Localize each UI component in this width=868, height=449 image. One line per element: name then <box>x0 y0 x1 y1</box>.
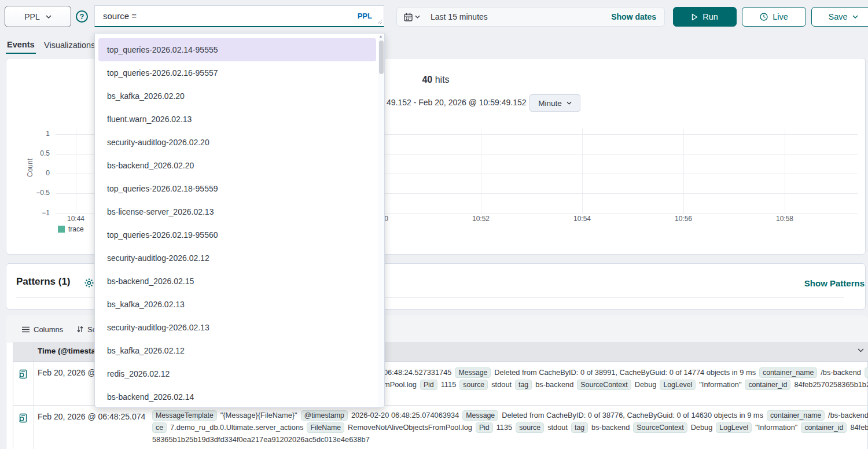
run-button-label: Run <box>703 12 718 21</box>
field-badge[interactable]: @timestamp <box>301 410 348 421</box>
field-badge[interactable]: SourceContext <box>633 422 687 433</box>
field-badge[interactable]: Pid <box>476 422 493 433</box>
field-badge[interactable]: Pid <box>420 380 437 390</box>
suggestion-item[interactable]: bs-backend_2026.02.15 <box>98 270 376 293</box>
field-badge[interactable]: container_id <box>801 422 847 433</box>
field-badge[interactable]: container_name <box>767 410 825 421</box>
query-input[interactable]: source = PPL <box>94 5 384 27</box>
field-value: /bs-backend <box>828 411 868 419</box>
x-gridline <box>785 128 785 214</box>
y-axis-tick: 0.5 <box>25 149 50 157</box>
x-axis-tick: 10:52 <box>468 215 494 223</box>
log-line: MessageTemplate"{Message}{FileName}"@tim… <box>152 410 868 421</box>
chart-legend[interactable]: trace <box>58 225 84 233</box>
suggestion-item[interactable]: bs-license-server_2026.02.13 <box>98 200 376 223</box>
suggestion-item[interactable]: top_queries-2026.02.19-95560 <box>98 223 376 246</box>
field-value: /bs-backend <box>821 368 861 377</box>
chart-date-range: 49.152 - Feb 20, 2026 @ 10:59:49.152 <box>387 98 527 107</box>
calendar-icon <box>404 13 413 21</box>
index-suggestion-dropdown: top_queries-2026.02.14-95555top_queries-… <box>94 33 385 408</box>
time-range-picker[interactable]: Last 15 minutes Show dates <box>396 7 665 27</box>
suggestion-item[interactable]: top_queries-2026.02.18-95559 <box>98 177 376 200</box>
legend-swatch-icon <box>58 226 65 233</box>
field-badge[interactable]: MessageTemplate <box>152 410 217 421</box>
dropdown-scrollbar[interactable] <box>378 35 384 407</box>
field-value: bs-backend <box>591 423 630 432</box>
y-axis-title: Count <box>26 159 34 177</box>
field-value: Debug <box>691 423 713 432</box>
field-badge[interactable]: container_id <box>745 380 790 390</box>
gear-icon[interactable] <box>84 278 94 288</box>
field-badge[interactable]: Instan <box>865 367 868 378</box>
run-button[interactable]: Run <box>673 7 737 27</box>
inspect-document-icon[interactable] <box>18 369 28 379</box>
time-range-label[interactable]: Last 15 minutes <box>426 12 611 21</box>
live-button[interactable]: Live <box>742 7 806 27</box>
field-value: "Information" <box>755 423 797 432</box>
field-value: mPool.log <box>384 380 417 389</box>
scrollbar-thumb[interactable] <box>379 41 384 74</box>
field-value: 84feb25702 <box>850 423 868 432</box>
suggestion-item[interactable]: security-auditlog-2026.02.13 <box>98 316 376 339</box>
scrollbar-up-arrow[interactable]: ▲ <box>378 34 384 38</box>
suggestion-item[interactable]: bs_kafka_2026.02.12 <box>98 339 376 362</box>
save-button[interactable]: Save <box>811 7 868 27</box>
suggestion-item[interactable]: redis_2026.02.12 <box>98 362 376 385</box>
grid-column-separator <box>34 343 34 449</box>
show-patterns-link[interactable]: Show Patterns <box>804 278 865 288</box>
help-icon[interactable]: ? <box>76 10 88 23</box>
suggestion-item[interactable]: top_queries-2026.02.14-95555 <box>98 38 376 61</box>
field-badge[interactable]: SourceContext <box>577 380 631 390</box>
suggestion-item[interactable]: fluent.warn_2026.02.13 <box>98 108 376 131</box>
suggestion-item[interactable]: bs-backend_2026.02.20 <box>98 154 376 177</box>
query-language-selector[interactable]: PPL <box>5 6 71 27</box>
x-gridline <box>582 128 583 214</box>
sort-icon <box>77 326 83 333</box>
inspect-document-icon[interactable] <box>18 413 28 423</box>
field-badge[interactable]: ce <box>152 422 167 433</box>
suggestion-item[interactable]: bs_kafka_2026.02.20 <box>98 84 376 108</box>
save-button-label: Save <box>828 12 847 21</box>
field-badge[interactable]: tag <box>515 380 532 390</box>
query-input-value: source = <box>103 11 358 21</box>
interval-select[interactable]: Minute <box>529 94 580 112</box>
field-value: stdout <box>547 423 568 432</box>
chevron-down-icon <box>46 15 52 19</box>
x-axis-tick: 10:54 <box>569 215 595 223</box>
field-badge[interactable]: LogLevel <box>660 380 696 390</box>
columns-button[interactable]: Columns <box>22 323 63 335</box>
field-badge[interactable]: source <box>516 422 544 433</box>
patterns-title: Patterns (1) <box>16 276 71 288</box>
field-value: 58365b1b25b19d3dfd334f0ea217ea91202026ac… <box>152 435 370 444</box>
chevron-down-icon <box>852 15 858 19</box>
field-badge[interactable]: container_name <box>759 367 817 378</box>
field-badge[interactable]: tag <box>571 422 588 433</box>
field-value: Deleted from CacheByID: 0 of 38776, Cach… <box>502 411 763 419</box>
column-options-chevron[interactable] <box>858 348 864 352</box>
suggestion-item[interactable]: security-auditlog-2026.02.12 <box>98 246 376 270</box>
field-value: 2026-02-20 06:48:25.074063934 <box>351 411 459 419</box>
field-badge[interactable]: Message <box>462 410 498 421</box>
legend-item[interactable]: trace <box>58 225 84 233</box>
tab-events[interactable]: Events <box>6 36 36 54</box>
tab-visualizations[interactable]: Visualizations <box>43 36 96 54</box>
play-icon <box>692 13 698 21</box>
field-badge[interactable]: source <box>459 380 488 390</box>
field-badge[interactable]: FileName <box>307 422 344 433</box>
field-value: 1115 <box>441 380 457 389</box>
field-badge[interactable]: Message <box>455 367 491 378</box>
suggestion-item[interactable]: bs_kafka_2026.02.13 <box>98 293 376 316</box>
field-badge[interactable]: LogLevel <box>716 422 752 433</box>
suggestion-item[interactable]: bs-backend_2026.02.14 <box>98 385 376 408</box>
resize-handle-icon[interactable] <box>377 19 382 24</box>
hits-count: 40 <box>422 75 432 84</box>
x-axis-tick: 10:58 <box>772 215 797 223</box>
calendar-menu-button[interactable] <box>397 8 426 26</box>
x-gridline <box>76 128 76 214</box>
field-value: "{Message}{FileName}" <box>220 411 297 419</box>
show-dates-link[interactable]: Show dates <box>611 12 664 21</box>
suggestion-item[interactable]: top_queries-2026.02.16-95557 <box>98 61 376 84</box>
columns-label: Columns <box>34 325 63 334</box>
suggestion-item[interactable]: security-auditlog-2026.02.20 <box>98 131 376 154</box>
index-suggestion-list: top_queries-2026.02.14-95555top_queries-… <box>95 34 384 408</box>
